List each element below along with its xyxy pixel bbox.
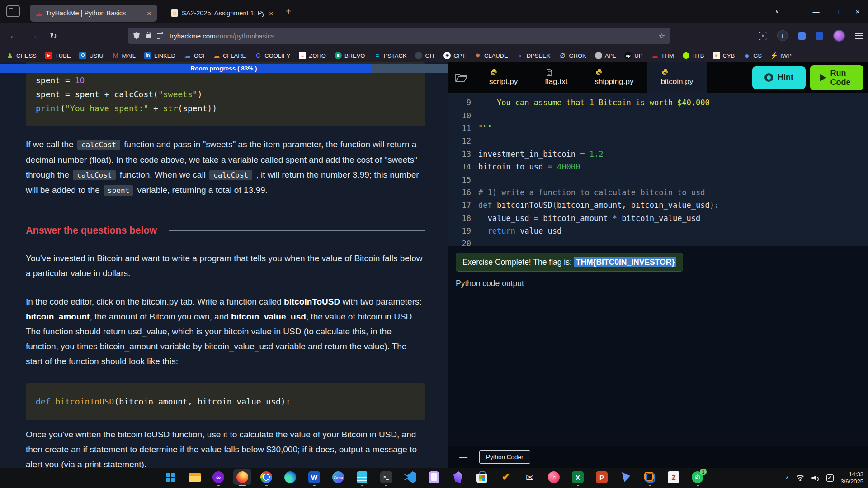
room-progress-label: Room progress ( 83% ) xyxy=(0,64,448,73)
bookmark-item[interactable]: O USIU xyxy=(79,52,103,59)
running-indicator xyxy=(649,485,651,486)
minimize-button[interactable]: — xyxy=(806,8,826,15)
bookmark-item[interactable]: ✳ GPT xyxy=(443,52,466,59)
wifi-icon[interactable] xyxy=(796,475,805,481)
taskbar-app-icon[interactable]: W xyxy=(305,469,323,486)
line-code xyxy=(478,175,483,184)
taskbar-app-icon[interactable]: ✉ xyxy=(521,469,539,486)
collapse-icon[interactable]: — xyxy=(459,452,467,462)
account-icon[interactable]: t xyxy=(777,30,788,41)
taskbar-app-icon[interactable] xyxy=(425,469,443,486)
taskbar-app-icon[interactable] xyxy=(257,469,275,486)
taskbar-app-icon[interactable] xyxy=(233,469,251,486)
taskbar-app-icon[interactable]: >_ xyxy=(377,469,395,486)
tab-list-chevron-icon[interactable]: ∨ xyxy=(767,8,788,14)
bookmark-item[interactable]: ☁ OCI xyxy=(184,52,204,59)
editor-tab[interactable]: script.py xyxy=(476,62,531,93)
close-button[interactable]: × xyxy=(847,8,868,15)
bookmark-item[interactable]: HTB xyxy=(683,52,704,59)
taskbar-app-icon[interactable] xyxy=(641,469,659,486)
taskbar-app-icon[interactable] xyxy=(617,469,635,486)
taskbar-app-icon[interactable] xyxy=(401,469,419,486)
bookmark-item[interactable]: up UP xyxy=(624,52,642,59)
editor-tab[interactable]: flag.txt xyxy=(531,62,581,93)
heading-rule xyxy=(169,230,425,231)
taskbar-app-icon[interactable]: P xyxy=(593,469,611,486)
code-line: spent = 10 xyxy=(36,73,415,87)
maximize-button[interactable]: □ xyxy=(826,8,847,15)
bookmark-item[interactable]: APL xyxy=(595,52,616,59)
extension-icon[interactable] xyxy=(798,32,806,40)
taskbar-app-icon[interactable] xyxy=(449,469,467,486)
bookmark-item[interactable]: ⚡ IWP xyxy=(770,52,792,59)
firefox-view-icon[interactable] xyxy=(6,5,20,17)
running-indicator xyxy=(385,485,387,486)
taskbar-app-icon[interactable] xyxy=(161,469,179,486)
bookmark-item[interactable]: ☁ THM xyxy=(651,52,674,59)
bookmark-item[interactable]: ⌂ ZOHO xyxy=(299,52,326,59)
line-code xyxy=(478,239,483,246)
tab-close-icon[interactable]: × xyxy=(267,9,275,17)
forward-button[interactable]: → xyxy=(24,31,43,41)
taskbar-app-icon[interactable]: Canva xyxy=(329,469,347,486)
taskbar-app-icon[interactable] xyxy=(185,469,203,486)
bookmark-item[interactable]: M MAIL xyxy=(112,52,136,59)
bookmark-item[interactable]: B BREVO xyxy=(335,52,365,59)
shield-icon[interactable] xyxy=(133,32,140,39)
bookmark-item[interactable]: ☁ CFLARE xyxy=(213,52,246,59)
new-tab-button[interactable]: + xyxy=(286,6,291,17)
bookmark-star-icon[interactable]: ☆ xyxy=(659,32,665,40)
url-text[interactable]: tryhackme.com/room/pythonbasics xyxy=(170,32,274,40)
bookmark-item[interactable]: in LINKED xyxy=(144,52,175,59)
bookmark-label: GROK xyxy=(569,52,586,59)
bookmark-item[interactable]: GIT xyxy=(415,52,435,59)
taskbar-app-icon[interactable] xyxy=(281,469,299,486)
tryhackme-favicon-icon: ☁ xyxy=(35,10,42,17)
bookmark-item[interactable]: ≡ PSTACK xyxy=(373,52,406,59)
editor-hint-button[interactable]: Hint xyxy=(752,66,806,89)
questions-heading: Answer the questions below xyxy=(26,225,157,236)
tab-close-icon[interactable]: × xyxy=(145,9,153,17)
run-code-button[interactable]: Run Code xyxy=(810,65,863,90)
reload-button[interactable]: ↻ xyxy=(43,31,63,41)
bookmark-label: HTB xyxy=(693,52,704,59)
pen-input-icon[interactable] xyxy=(826,474,834,482)
taskbar-app-icon[interactable] xyxy=(473,469,491,486)
lock-icon[interactable] xyxy=(146,34,151,38)
bookmark-item[interactable]: ◆ GS xyxy=(743,52,762,59)
taskbar-app-icon[interactable]: ♫ xyxy=(545,469,563,486)
back-button[interactable]: ← xyxy=(4,31,24,41)
taskbar-app-icon[interactable]: ✆ 1 xyxy=(689,469,707,486)
url-bar[interactable]: tryhackme.com/room/pythonbasics ☆ xyxy=(128,28,670,44)
profile-avatar[interactable] xyxy=(833,30,845,42)
editor-tab[interactable]: shipping.py xyxy=(581,62,647,93)
taskbar-app-icon[interactable]: Z xyxy=(665,469,683,486)
code-editor-area[interactable]: 9 You can assume that 1 Bitcoin is worth… xyxy=(448,93,868,246)
taskbar-app-icon[interactable]: ∞ xyxy=(209,469,227,486)
extension2-icon[interactable] xyxy=(816,32,823,40)
bookmark-item[interactable]: ✹ CLAUDE xyxy=(474,52,508,59)
pocket-icon[interactable]: ∨ xyxy=(759,32,767,40)
bookmark-item[interactable]: ▶ TUBE xyxy=(45,52,71,59)
permissions-icon[interactable] xyxy=(157,33,163,38)
bookmark-item[interactable]: ◗ DPSEEK xyxy=(517,52,551,59)
taskbar-app-icon[interactable] xyxy=(353,469,371,486)
volume-icon[interactable] xyxy=(811,475,820,481)
browser-tab-active[interactable]: ☁ TryHackMe | Python Basics × xyxy=(30,5,157,22)
system-tray: ∧ 14:33 3/6/2025 xyxy=(785,468,863,488)
bookmark-label: CLAUDE xyxy=(484,52,508,59)
browser-tab-inactive[interactable]: ☺ SA2-2025: Assignment 1: Pytho × xyxy=(165,5,279,22)
editor-tab[interactable]: bitcoin.py xyxy=(647,62,707,93)
flag-value[interactable]: THM{BITC0IN_INVESTOR} xyxy=(574,257,676,267)
folder-icon[interactable] xyxy=(448,62,476,93)
taskbar-app-icon[interactable]: ✔ xyxy=(497,469,515,486)
python-coder-chip[interactable]: Python Coder xyxy=(479,450,530,464)
taskbar-app-icon[interactable]: X xyxy=(569,469,587,486)
menu-icon[interactable] xyxy=(855,35,863,36)
hidden-icons-chevron[interactable]: ∧ xyxy=(785,475,789,481)
bookmark-item[interactable]: ∅ GROK xyxy=(559,52,586,59)
bookmark-item[interactable]: ♟ CHESS xyxy=(6,52,37,59)
clock[interactable]: 14:33 3/6/2025 xyxy=(840,471,863,485)
bookmark-item[interactable]: ☻ CYB xyxy=(713,52,735,59)
bookmark-item[interactable]: C COOLIFY xyxy=(255,52,290,59)
